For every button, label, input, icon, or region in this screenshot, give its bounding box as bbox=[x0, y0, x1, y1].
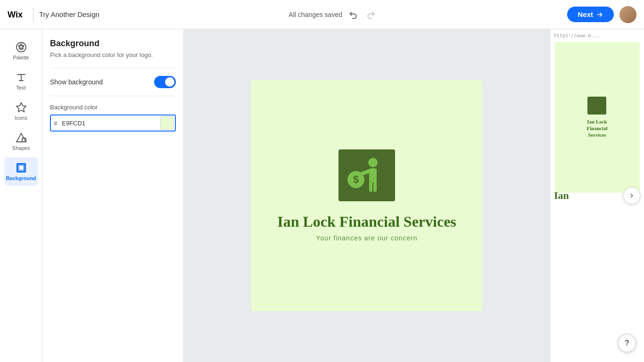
background-icon bbox=[16, 162, 27, 173]
svg-text:$: $ bbox=[353, 173, 359, 185]
svg-point-10 bbox=[368, 158, 378, 167]
canvas-area: $ Ian Lock Financial Services Your finan… bbox=[184, 29, 550, 362]
icon-sidebar: Palette Text Icons Shapes bbox=[0, 29, 42, 362]
background-panel: Background Pick a background color for y… bbox=[42, 29, 184, 362]
financial-icon: $ bbox=[346, 154, 388, 197]
redo-button[interactable] bbox=[363, 7, 378, 22]
svg-marker-5 bbox=[17, 103, 26, 112]
topbar-title: Try Another Design bbox=[39, 10, 99, 18]
undo-redo-group bbox=[346, 7, 378, 22]
wix-logo[interactable]: Wix bbox=[8, 9, 27, 20]
topbar-divider bbox=[33, 8, 33, 21]
color-input-row: # bbox=[50, 115, 176, 132]
icons-label: Icons bbox=[15, 115, 27, 121]
color-section: Background color # bbox=[50, 104, 176, 132]
svg-text:Wix: Wix bbox=[8, 9, 23, 19]
color-hex-input[interactable] bbox=[60, 120, 159, 127]
topbar-left: Wix Try Another Design bbox=[8, 8, 99, 21]
panel-divider bbox=[50, 68, 176, 68]
topbar-center: All changes saved bbox=[289, 7, 378, 22]
background-label: Background bbox=[6, 175, 36, 181]
color-label: Background color bbox=[50, 104, 176, 111]
color-swatch[interactable] bbox=[160, 116, 173, 130]
preview-next-button[interactable] bbox=[623, 187, 640, 204]
svg-point-4 bbox=[22, 46, 24, 47]
show-background-label: Show background bbox=[50, 78, 103, 86]
palette-icon bbox=[16, 41, 27, 53]
show-background-row: Show background bbox=[50, 76, 176, 88]
panel-title: Background bbox=[50, 39, 176, 49]
toggle-slider bbox=[154, 76, 176, 88]
logo-company-name: Ian Lock Financial Services bbox=[277, 213, 456, 230]
text-icon bbox=[16, 72, 27, 83]
sidebar-item-shapes[interactable]: Shapes bbox=[4, 127, 38, 156]
panel-divider-2 bbox=[50, 96, 176, 96]
preview-partial-name: Ian bbox=[554, 189, 569, 202]
logo-icon: $ bbox=[339, 149, 395, 201]
panel-subtitle: Pick a background color for your logo. bbox=[50, 51, 176, 58]
svg-rect-15 bbox=[373, 181, 377, 192]
text-label: Text bbox=[16, 85, 25, 90]
logo-tagline: Your finances are our concern bbox=[316, 234, 417, 242]
svg-rect-9 bbox=[19, 166, 23, 170]
sidebar-item-text[interactable]: Text bbox=[4, 67, 38, 95]
shapes-label: Shapes bbox=[12, 145, 30, 151]
preview-mini-canvas: Ian LockFinancialServices bbox=[555, 42, 640, 193]
hash-sign: # bbox=[51, 120, 60, 127]
svg-point-3 bbox=[20, 44, 22, 46]
palette-label: Palette bbox=[13, 55, 29, 60]
help-button[interactable]: ? bbox=[618, 334, 636, 353]
user-avatar[interactable] bbox=[619, 6, 636, 23]
sidebar-item-background[interactable]: Background bbox=[4, 157, 38, 186]
right-preview-panel: https://www.m... Ian LockFinancialServic… bbox=[550, 29, 644, 362]
topbar-right: Next bbox=[567, 6, 636, 23]
undo-button[interactable] bbox=[346, 7, 361, 22]
main-layout: Palette Text Icons Shapes bbox=[0, 29, 644, 362]
shapes-icon bbox=[16, 132, 27, 143]
save-status: All changes saved bbox=[289, 11, 342, 18]
show-background-toggle[interactable] bbox=[154, 76, 176, 88]
next-button[interactable]: Next bbox=[567, 7, 614, 22]
sidebar-item-palette[interactable]: Palette bbox=[4, 37, 38, 65]
sidebar-item-icons[interactable]: Icons bbox=[4, 97, 38, 125]
preview-url: https://www.m... bbox=[550, 29, 603, 40]
icons-icon bbox=[16, 102, 27, 113]
svg-rect-14 bbox=[369, 181, 372, 192]
svg-point-2 bbox=[18, 46, 20, 47]
logo-card: $ Ian Lock Financial Services Your finan… bbox=[251, 80, 482, 311]
topbar: Wix Try Another Design All changes saved bbox=[0, 0, 644, 29]
